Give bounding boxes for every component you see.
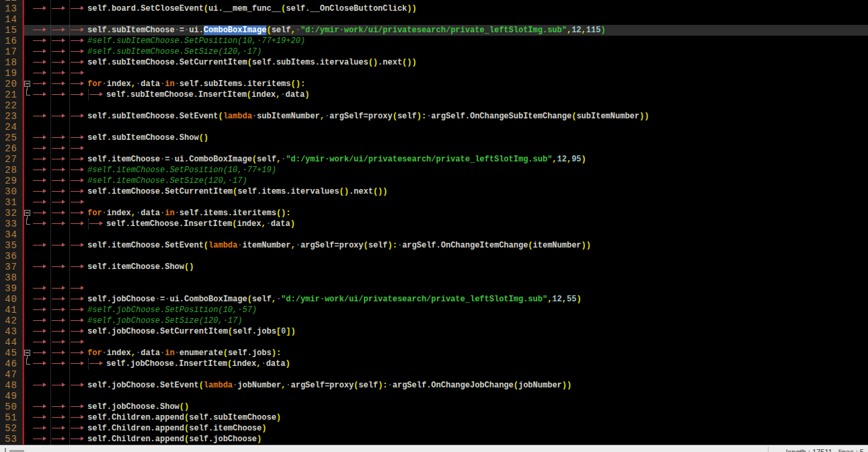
fold-collapse-icon[interactable] bbox=[24, 81, 30, 87]
line-number[interactable]: 41 bbox=[0, 305, 23, 315]
line-number[interactable]: 40 bbox=[0, 294, 23, 305]
line-number[interactable]: 39 bbox=[0, 283, 23, 294]
line-number[interactable]: 38 bbox=[0, 272, 23, 283]
line-number[interactable]: 44 bbox=[0, 337, 23, 348]
line-number[interactable]: 33 bbox=[0, 219, 23, 229]
line-number[interactable]: 26 bbox=[0, 143, 23, 154]
code-line[interactable]: 14 bbox=[0, 14, 868, 25]
line-number[interactable]: 45 bbox=[0, 348, 23, 359]
code-line[interactable]: 30self.itemChoose.SetCurrentItem(self.it… bbox=[0, 186, 868, 197]
line-number[interactable]: 30 bbox=[0, 186, 23, 197]
line-number[interactable]: 35 bbox=[0, 240, 23, 251]
line-number[interactable]: 49 bbox=[0, 391, 23, 402]
line-number[interactable]: 42 bbox=[0, 315, 23, 326]
line-number[interactable]: 19 bbox=[0, 68, 23, 79]
line-number[interactable]: 48 bbox=[0, 380, 23, 391]
line-number[interactable]: 17 bbox=[0, 46, 23, 57]
code-line[interactable]: 43self.jobChoose.SetCurrentItem(self.job… bbox=[0, 326, 868, 337]
line-number[interactable]: 51 bbox=[0, 412, 23, 423]
line-number[interactable]: 46 bbox=[0, 359, 23, 369]
code-line[interactable]: 34 bbox=[0, 229, 868, 240]
code-line[interactable]: 52self.Children.append(self.itemChoose) bbox=[0, 423, 868, 434]
line-number[interactable]: 28 bbox=[0, 165, 23, 176]
tab-whitespace-arrow-icon bbox=[50, 186, 69, 197]
code-line[interactable]: 28#self.itemChoose.SetPosition(10,·77+19… bbox=[0, 165, 868, 176]
tab-whitespace-arrow-icon bbox=[50, 143, 69, 154]
code-line[interactable]: 26 bbox=[0, 143, 868, 154]
line-number[interactable]: 47 bbox=[0, 369, 23, 380]
tab-whitespace-arrow-icon bbox=[31, 143, 50, 154]
code-line[interactable]: 53self.Children.append(self.jobChoose) bbox=[0, 434, 868, 445]
code-line[interactable]: 47 bbox=[0, 369, 868, 380]
line-number[interactable]: 16 bbox=[0, 36, 23, 46]
line-number[interactable]: 32 bbox=[0, 208, 23, 219]
code-line[interactable]: 49 bbox=[0, 391, 868, 402]
code-line[interactable]: 38 bbox=[0, 272, 868, 283]
status-length-lines: length : 17511 lines : 5 bbox=[786, 447, 864, 452]
fold-margin[interactable] bbox=[23, 208, 31, 219]
line-number[interactable]: 27 bbox=[0, 154, 23, 165]
code-line[interactable]: 42#self.jobChoose.SetSize(120,·17) bbox=[0, 315, 868, 326]
code-line[interactable]: 19 bbox=[0, 68, 868, 79]
line-number[interactable]: 24 bbox=[0, 122, 23, 133]
fold-collapse-icon[interactable] bbox=[24, 210, 30, 216]
code-line[interactable]: 48self.jobChoose.SetEvent(lambda·jobNumb… bbox=[0, 380, 868, 391]
code-line[interactable]: 27self.itemChoose·=·ui.ComboBoxImage(sel… bbox=[0, 154, 868, 165]
line-number[interactable]: 18 bbox=[0, 57, 23, 68]
tab-whitespace-arrow-icon bbox=[69, 143, 87, 154]
code-line[interactable]: 40self.jobChoose·=·ui.ComboBoxImage(self… bbox=[0, 294, 868, 305]
code-line[interactable]: 45for·index,·data·in·enumerate(self.jobs… bbox=[0, 348, 868, 359]
line-number[interactable]: 20 bbox=[0, 79, 23, 89]
code-text bbox=[31, 369, 868, 380]
fold-margin[interactable] bbox=[23, 79, 31, 89]
line-number[interactable]: 22 bbox=[0, 100, 23, 111]
line-number[interactable]: 34 bbox=[0, 229, 23, 240]
code-token: ( bbox=[252, 155, 257, 164]
line-number[interactable]: 29 bbox=[0, 176, 23, 186]
code-line[interactable]: 44 bbox=[0, 337, 868, 348]
code-editor[interactable]: 1213self.board.SetCloseEvent(ui.__mem_fu… bbox=[0, 0, 868, 445]
line-number[interactable]: 50 bbox=[0, 402, 23, 412]
code-line[interactable]: 22 bbox=[0, 100, 868, 111]
code-line[interactable]: 33self.itemChoose.InsertItem(index,·data… bbox=[0, 219, 868, 229]
tab-whitespace-arrow-icon bbox=[69, 380, 87, 391]
code-line[interactable]: 15self.subItemChoose·=·ui.ComboBoxImage(… bbox=[0, 25, 868, 36]
line-number[interactable]: 43 bbox=[0, 326, 23, 337]
code-line[interactable]: 13self.board.SetCloseEvent(ui.__mem_func… bbox=[0, 3, 868, 14]
line-number[interactable]: 21 bbox=[0, 89, 23, 100]
code-line[interactable]: 20for·index,·data·in·self.subItems.iteri… bbox=[0, 79, 868, 89]
fold-collapse-icon[interactable] bbox=[24, 350, 30, 356]
code-line[interactable]: 21self.subItemChoose.InsertItem(index,·d… bbox=[0, 89, 868, 100]
line-number[interactable]: 36 bbox=[0, 251, 23, 262]
tab-whitespace-arrow-icon bbox=[31, 294, 50, 305]
line-number[interactable]: 14 bbox=[0, 14, 23, 25]
line-number[interactable]: 15 bbox=[0, 25, 23, 36]
line-number[interactable]: 31 bbox=[0, 197, 23, 208]
line-number[interactable]: 52 bbox=[0, 423, 23, 434]
code-line[interactable]: 46self.jobChoose.InsertItem(index,·data) bbox=[0, 359, 868, 369]
code-text: self.itemChoose.SetEvent(lambda·itemNumb… bbox=[31, 240, 868, 251]
code-line[interactable]: 16#self.subItemChoose.SetPosition(10,·77… bbox=[0, 36, 868, 46]
code-line[interactable]: 31 bbox=[0, 197, 868, 208]
line-number[interactable]: 23 bbox=[0, 111, 23, 122]
line-number[interactable]: 37 bbox=[0, 262, 23, 272]
code-line[interactable]: 41#self.jobChoose.SetPosition(10,·57) bbox=[0, 305, 868, 315]
code-line[interactable]: 24 bbox=[0, 122, 868, 133]
fold-margin[interactable] bbox=[23, 348, 31, 359]
code-line[interactable]: 35self.itemChoose.SetEvent(lambda·itemNu… bbox=[0, 240, 868, 251]
code-line[interactable]: 37self.itemChoose.Show() bbox=[0, 262, 868, 272]
code-token: self.jobChoose.SetEvent bbox=[87, 381, 199, 390]
code-line[interactable]: 23self.subItemChoose.SetEvent(lambda·sub… bbox=[0, 111, 868, 122]
code-line[interactable]: 25self.subItemChoose.Show() bbox=[0, 133, 868, 143]
code-line[interactable]: 51self.Children.append(self.subItemChoos… bbox=[0, 412, 868, 423]
line-number[interactable]: 53 bbox=[0, 434, 23, 445]
code-line[interactable]: 32for·index,·data·in·self.items.iteritem… bbox=[0, 208, 868, 219]
code-line[interactable]: 50self.jobChoose.Show() bbox=[0, 402, 868, 412]
code-line[interactable]: 36 bbox=[0, 251, 868, 262]
code-line[interactable]: 29#self.itemChoose.SetSize(120,·17) bbox=[0, 176, 868, 186]
code-line[interactable]: 18self.subItemChoose.SetCurrentItem(self… bbox=[0, 57, 868, 68]
code-line[interactable]: 39 bbox=[0, 283, 868, 294]
code-line[interactable]: 17#self.subItemChoose.SetSize(120,·17) bbox=[0, 46, 868, 57]
line-number[interactable]: 25 bbox=[0, 133, 23, 143]
line-number[interactable]: 13 bbox=[0, 3, 23, 14]
